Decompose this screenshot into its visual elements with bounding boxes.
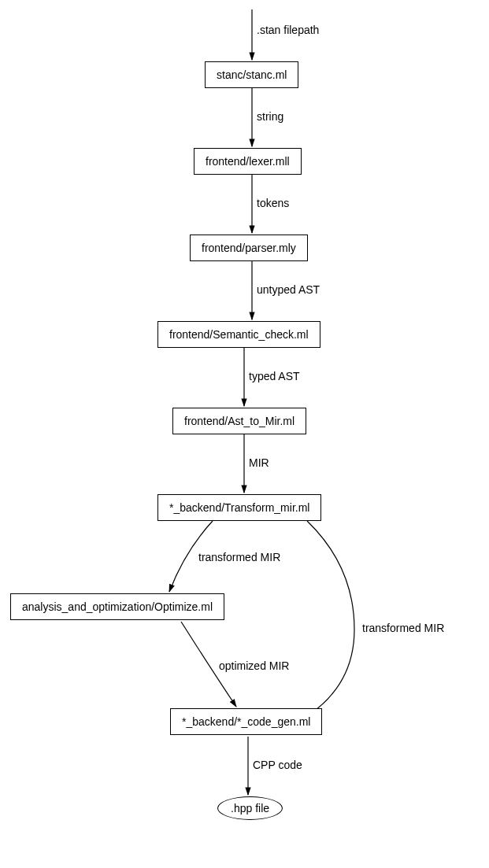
node-semantic-check: frontend/Semantic_check.ml — [157, 321, 320, 348]
edge-label-transformed-mir-right: transformed MIR — [362, 622, 444, 634]
edge-label-cpp-code: CPP code — [253, 759, 302, 771]
node-stanc: stanc/stanc.ml — [205, 61, 298, 88]
node-lexer: frontend/lexer.mll — [194, 148, 302, 175]
edge-label-optimized-mir: optimized MIR — [219, 659, 289, 672]
edge-label-mir: MIR — [249, 456, 269, 469]
edge-label-stan-filepath: .stan filepath — [257, 24, 319, 36]
edge-label-tokens: tokens — [257, 197, 289, 209]
edge-label-untyped-ast: untyped AST — [257, 283, 320, 296]
node-hpp-file: .hpp file — [217, 796, 283, 820]
node-parser: frontend/parser.mly — [190, 235, 308, 261]
node-code-gen: *_backend/*_code_gen.ml — [170, 708, 322, 735]
node-transform-mir: *_backend/Transform_mir.ml — [157, 494, 321, 521]
edge-label-typed-ast: typed AST — [249, 370, 300, 382]
node-optimize: analysis_and_optimization/Optimize.ml — [10, 593, 224, 620]
edge-label-transformed-mir-left: transformed MIR — [198, 551, 280, 563]
node-ast-to-mir: frontend/Ast_to_Mir.ml — [172, 408, 306, 434]
edge-label-string: string — [257, 110, 283, 123]
